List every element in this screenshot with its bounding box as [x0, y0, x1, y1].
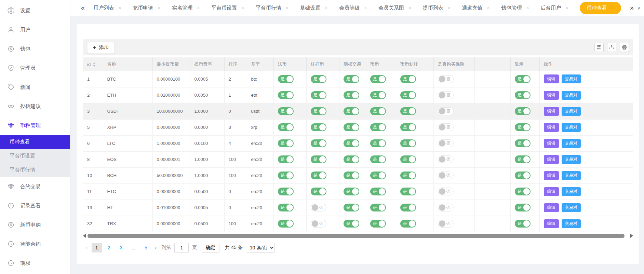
toggle-是否购买保险[interactable]: 否 — [438, 204, 454, 211]
trade-pair-button[interactable]: 交易对 — [562, 74, 581, 83]
toggle-杠杆币[interactable]: 是 — [311, 172, 326, 179]
toggle-杠杆币[interactable]: 是 — [311, 155, 326, 163]
tab-通道充值[interactable]: 通道充值× — [462, 5, 490, 11]
print-button[interactable] — [620, 43, 629, 52]
toggle-杠杆币[interactable]: 是 — [311, 123, 326, 131]
page-3[interactable]: 3 — [116, 243, 126, 252]
toggle-期权交易[interactable]: 是 — [344, 139, 359, 147]
edit-button[interactable]: 编辑 — [544, 139, 559, 148]
sidebar-item-设置[interactable]: 设置 — [0, 1, 70, 20]
tabs-scroll-right-icon[interactable]: » — [629, 4, 635, 12]
toggle-法币[interactable]: 是 — [278, 75, 294, 83]
toggle-显示[interactable]: 是 — [515, 107, 531, 115]
toggle-是否购买保险[interactable]: 否 — [438, 75, 454, 83]
toggle-币币[interactable]: 是 — [370, 123, 386, 131]
trade-pair-button[interactable]: 交易对 — [562, 187, 581, 196]
toggle-显示[interactable]: 是 — [515, 91, 531, 99]
trade-pair-button[interactable]: 交易对 — [562, 203, 581, 212]
tab-基础设置[interactable]: 基础设置× — [300, 5, 327, 11]
toggle-币币[interactable]: 是 — [370, 75, 386, 83]
sidebar-item-合约交易[interactable]: 合约交易 — [0, 177, 70, 196]
toggle-显示[interactable]: 是 — [515, 123, 531, 131]
sidebar-item-用户[interactable]: 用户 — [0, 20, 70, 39]
close-icon[interactable]: × — [119, 5, 121, 11]
toggle-币币划转[interactable]: 是 — [400, 220, 416, 228]
sidebar-item-管理员[interactable]: 管理员 — [0, 58, 70, 78]
tab-币种查看[interactable]: 币种查看× — [580, 2, 621, 14]
close-icon[interactable]: × — [408, 5, 411, 11]
edit-button[interactable]: 编辑 — [544, 107, 559, 116]
edit-button[interactable]: 编辑 — [544, 171, 559, 180]
toggle-法币[interactable]: 是 — [278, 155, 294, 163]
sidebar-item-投拆建议[interactable]: 投拆建议 — [0, 97, 70, 116]
toggle-杠杆币[interactable]: 是 — [311, 188, 326, 195]
toggle-是否购买保险[interactable]: 否 — [438, 172, 454, 179]
sidebar-item-钱包[interactable]: 钱包 — [0, 39, 70, 58]
toggle-币币划转[interactable]: 是 — [400, 204, 416, 211]
toggle-杠杆币[interactable]: 是 — [311, 107, 326, 115]
page-size-select[interactable]: 10 条/页 — [247, 243, 275, 253]
toggle-币币[interactable]: 是 — [370, 220, 386, 228]
toggle-杠杆币[interactable]: 是 — [311, 139, 326, 147]
trade-pair-button[interactable]: 交易对 — [562, 139, 581, 148]
sidebar-item-新闻[interactable]: 新闻 — [0, 78, 70, 97]
toggle-期权交易[interactable]: 是 — [344, 220, 359, 228]
toggle-法币[interactable]: 是 — [278, 123, 294, 131]
toggle-显示[interactable]: 是 — [515, 204, 531, 211]
toggle-杠杆币[interactable]: 否 — [311, 220, 326, 228]
scroll-left-icon[interactable] — [83, 234, 86, 238]
toggle-是否购买保险[interactable]: 否 — [438, 139, 454, 147]
prev-page-icon[interactable]: ‹ — [83, 244, 91, 251]
toggle-法币[interactable]: 是 — [278, 91, 294, 99]
page-5[interactable]: 5 — [141, 243, 151, 252]
toggle-期权交易[interactable]: 是 — [344, 107, 359, 115]
sidebar-item-智能合约[interactable]: 智能合约 — [0, 234, 70, 254]
tabs-menu-icon[interactable]: ∨ — [637, 5, 641, 11]
submenu-item-平台币设置[interactable]: 平台币设置 — [0, 149, 70, 163]
close-icon[interactable]: × — [158, 5, 160, 11]
tab-用户列表[interactable]: 用户列表× — [94, 5, 121, 11]
toggle-法币[interactable]: 是 — [278, 172, 294, 179]
toggle-显示[interactable]: 是 — [515, 155, 531, 163]
scrollbar-track[interactable] — [87, 234, 629, 238]
toggle-是否购买保险[interactable]: 否 — [438, 155, 454, 163]
toggle-币币[interactable]: 是 — [370, 107, 386, 115]
toggle-币币[interactable]: 是 — [370, 91, 386, 99]
close-icon[interactable]: × — [526, 5, 529, 11]
edit-button[interactable]: 编辑 — [544, 203, 559, 212]
toggle-币币[interactable]: 是 — [370, 155, 386, 163]
toggle-法币[interactable]: 是 — [278, 188, 294, 195]
tab-后台用户[interactable]: 后台用户× — [540, 5, 568, 11]
close-icon[interactable]: × — [612, 5, 614, 11]
toggle-杠杆币[interactable]: 否 — [311, 204, 326, 211]
toggle-币币划转[interactable]: 是 — [400, 139, 416, 147]
toggle-币币划转[interactable]: 是 — [400, 107, 416, 115]
submenu-item-平台币行情[interactable]: 平台币行情 — [0, 163, 70, 177]
close-icon[interactable]: × — [565, 5, 568, 11]
sort-icon[interactable] — [93, 63, 96, 67]
toggle-币币[interactable]: 是 — [370, 204, 386, 211]
columns-button[interactable] — [594, 43, 604, 52]
toggle-币币[interactable]: 是 — [370, 139, 386, 147]
toggle-显示[interactable]: 是 — [515, 188, 531, 195]
close-icon[interactable]: × — [364, 5, 367, 11]
toggle-期权交易[interactable]: 是 — [344, 123, 359, 131]
trade-pair-button[interactable]: 交易对 — [562, 91, 581, 100]
edit-button[interactable]: 编辑 — [544, 219, 559, 228]
close-icon[interactable]: × — [197, 5, 200, 11]
submenu-item-币种查看[interactable]: 币种查看 — [0, 135, 70, 149]
toggle-是否购买保险[interactable]: 否 — [438, 188, 454, 195]
export-button[interactable] — [607, 43, 616, 52]
tab-平台币设置[interactable]: 平台币设置× — [211, 5, 244, 11]
tabs-scroll-left-icon[interactable]: « — [80, 4, 86, 12]
toggle-法币[interactable]: 是 — [278, 107, 294, 115]
toggle-是否购买保险[interactable]: 否 — [438, 220, 454, 228]
edit-button[interactable]: 编辑 — [544, 74, 559, 83]
trade-pair-button[interactable]: 交易对 — [562, 155, 581, 164]
trade-pair-button[interactable]: 交易对 — [562, 219, 581, 228]
close-icon[interactable]: × — [241, 5, 244, 11]
toggle-期权交易[interactable]: 是 — [344, 188, 359, 195]
toggle-期权交易[interactable]: 是 — [344, 172, 359, 179]
toggle-币币划转[interactable]: 是 — [400, 172, 416, 179]
tab-平台币行情[interactable]: 平台币行情× — [256, 5, 289, 11]
